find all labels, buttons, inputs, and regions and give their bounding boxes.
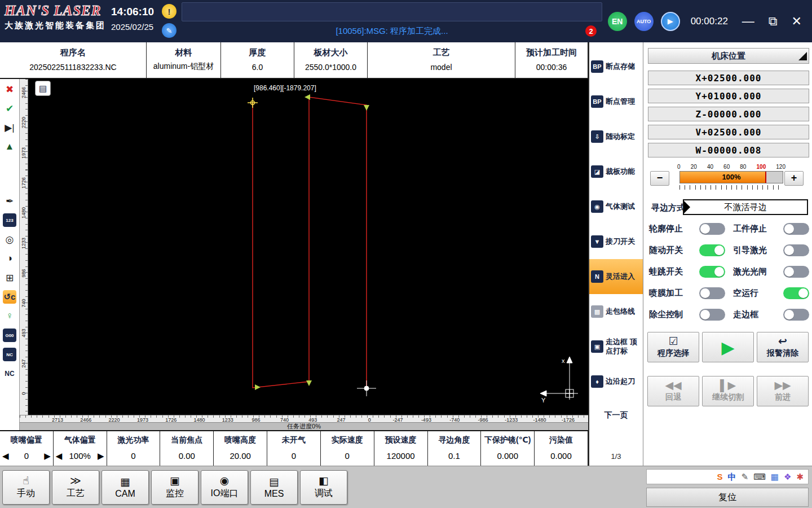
check-icon[interactable]: ✔	[3, 102, 16, 115]
menu-flexible-entry[interactable]: N灵活进入	[589, 259, 643, 294]
link-axis-icon[interactable]: ♀	[3, 309, 16, 323]
pencil-icon[interactable]: ✎	[742, 472, 749, 481]
nc-icon[interactable]: NC	[3, 348, 16, 361]
nozzle-offset-label: 喷嘴偏置	[11, 435, 42, 445]
io-port-button-label: IO端口	[211, 488, 239, 500]
nozzle-offset-increase-arrow[interactable]: ▶	[44, 452, 51, 460]
minimize-button[interactable]: —	[739, 15, 758, 28]
menu-frame-vertex-mark[interactable]: ▣走边框 顶点打标	[589, 329, 643, 364]
toggle-laser-shutter[interactable]	[783, 266, 809, 278]
estimated-time-col: 预计加工时间00:00:36	[515, 42, 588, 78]
language-button[interactable]: EN	[608, 12, 627, 31]
preview-button[interactable]: ▤	[35, 81, 51, 96]
fullscreen-icon[interactable]: ⊞	[3, 271, 16, 284]
speed-tick-120: 120	[776, 164, 785, 170]
edge-angle-value: 0.1	[448, 451, 460, 461]
speed-plus-button[interactable]: +	[784, 171, 804, 186]
toggle-guide-laser[interactable]	[783, 244, 809, 256]
program-select-button[interactable]: ☑程序选择	[647, 332, 699, 362]
pin-icon[interactable]: ✒	[3, 194, 16, 208]
gas-offset-increase-arrow[interactable]: ▶	[98, 452, 104, 460]
restore-button[interactable]: ⧉	[765, 15, 781, 28]
edge-mode-select[interactable]: 不激活寻边	[683, 199, 808, 215]
toggle-walk-frame[interactable]	[783, 309, 809, 321]
menu-frame-vertex-mark-icon: ▣	[591, 340, 603, 353]
target-icon[interactable]: ◎	[3, 233, 16, 246]
cam-button[interactable]: ▦CAM	[102, 470, 149, 505]
g00-icon[interactable]: G00	[3, 329, 16, 342]
gas-offset-decrease-arrow[interactable]: ◀	[56, 452, 63, 460]
step-forward-button[interactable]: ▶▶前进	[757, 376, 809, 406]
menu-knife-joint[interactable]: ▼接刀开关	[589, 224, 643, 259]
message-bar[interactable]: [10056]:MSG: 程序加工完成... 2	[182, 23, 602, 40]
step-back-button[interactable]: ◀◀回退	[647, 376, 699, 406]
run-to-icon[interactable]: ▶|	[3, 121, 16, 134]
feedrate-override-bar[interactable]: 100%	[679, 171, 783, 183]
cycle-timer-icon[interactable]: ▶	[661, 12, 680, 31]
start-button[interactable]: ▶	[702, 332, 754, 362]
toggle-film-processing[interactable]	[699, 287, 725, 299]
menu-breakpoint-save[interactable]: BP断点存储	[589, 49, 643, 84]
v-ruler-label: 1480	[21, 202, 27, 224]
auto-mode-button[interactable]: AUTO	[634, 12, 654, 31]
process-button[interactable]: ≫工艺	[52, 470, 99, 505]
program-info-bar: 程序名20250225111832233.NC材料aluminum-铝型材厚度6…	[0, 42, 588, 79]
menu-gas-test[interactable]: ◉气体测试	[589, 189, 643, 224]
toggle-workpiece-stop[interactable]	[783, 223, 809, 235]
mes-button[interactable]: ▤MES	[250, 470, 298, 505]
c-axis-icon[interactable]: ↺c	[3, 290, 16, 304]
mes-button-icon: ▤	[269, 476, 279, 487]
simulate-icon[interactable]: ▲	[3, 140, 16, 154]
nc-label[interactable]: NC	[3, 367, 16, 380]
palette-icon[interactable]: ❖	[784, 472, 791, 481]
continue-cut-button-label: 继续切割	[712, 392, 744, 402]
toggle-contour-stop[interactable]	[699, 223, 725, 235]
menu-gas-test-icon: ◉	[591, 200, 603, 213]
menu-envelope-line[interactable]: ▩走包络线	[589, 294, 643, 329]
edit-icon[interactable]: ✎	[162, 23, 176, 38]
next-page-button[interactable]: 下一页	[589, 410, 643, 421]
sheet-size-header: 板材大小	[314, 47, 348, 58]
axis-y-label: Y	[541, 397, 546, 404]
speed-tick-0: 0	[677, 164, 681, 170]
close-button[interactable]: ✕	[788, 15, 805, 28]
continue-cut-button[interactable]: ▌▶继续切割	[702, 376, 754, 406]
tools-icon[interactable]: ✱	[796, 472, 804, 481]
sogou-icon[interactable]: S	[717, 472, 723, 481]
apps-icon[interactable]: ▦	[771, 472, 779, 481]
io-port-button[interactable]: ◉IO端口	[201, 470, 248, 505]
monitor-button[interactable]: ▣监控	[151, 470, 198, 505]
toggle-follow-switch[interactable]	[699, 244, 725, 256]
process-button-icon: ≫	[70, 475, 81, 486]
nozzle-offset-decrease-arrow[interactable]: ◀	[2, 452, 9, 460]
contrast-icon[interactable]: ◑	[3, 252, 16, 265]
menu-board-cutting[interactable]: ◪裁板功能	[589, 154, 643, 189]
coords-123-icon[interactable]: 123	[3, 213, 16, 227]
message-history-box[interactable]	[182, 2, 602, 21]
close-icon[interactable]: ✖	[3, 82, 16, 96]
toggle-dust-control[interactable]	[699, 309, 725, 321]
alarm-clear-button[interactable]: ↩报警清除	[757, 332, 809, 362]
toggle-dry-run[interactable]	[783, 287, 809, 299]
keyboard-icon[interactable]: ⌨	[753, 472, 766, 481]
menu-frame-vertex-mark-label: 走边框 顶点打标	[606, 338, 641, 355]
reset-button[interactable]: 复位	[646, 488, 809, 507]
menu-follow-calibrate[interactable]: ⇩随动标定	[589, 119, 643, 154]
manual-button[interactable]: ☝手动	[2, 470, 50, 505]
work-canvas[interactable]: [986.460][-1879.207]	[28, 79, 588, 415]
chinese-mode-icon[interactable]: 中	[728, 472, 736, 481]
nozzle-offset-col: 喷嘴偏置◀0▶	[0, 431, 54, 466]
speed-minus-button[interactable]: −	[650, 171, 669, 186]
actual-speed-value: 0	[345, 451, 350, 461]
machine-position-header[interactable]: 机床位置	[648, 48, 809, 64]
toggle-guide-laser-label: 引导激光	[733, 245, 767, 256]
toolpath	[253, 97, 367, 389]
toggle-frog-leap[interactable]	[699, 266, 725, 278]
toggle-contour-stop-cell: 轮廓停止	[647, 222, 727, 235]
menu-edge-start-cut[interactable]: ♦边沿起刀	[589, 364, 643, 399]
direction-arrows	[255, 94, 369, 390]
warning-icon[interactable]: !	[162, 4, 176, 19]
debug-button[interactable]: ◧调试	[300, 470, 347, 505]
menu-breakpoint-manage[interactable]: BP断点管理	[589, 84, 643, 119]
toggle-contour-stop-label: 轮廓停止	[649, 224, 683, 234]
